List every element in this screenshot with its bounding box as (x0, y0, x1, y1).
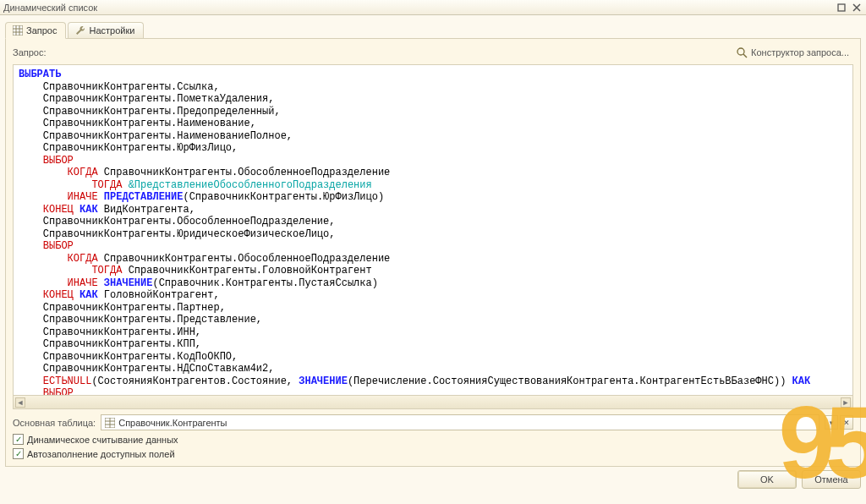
tab-bar: Запрос Настройки (5, 20, 861, 39)
window-controls (836, 2, 863, 13)
check-icon: ✓ (13, 434, 24, 445)
main-table-input[interactable]: Справочник.Контрагенты (101, 414, 819, 430)
tab-settings-label: Настройки (89, 25, 134, 36)
scroll-left-icon[interactable]: ◄ (15, 397, 25, 408)
main-table-label: Основная таблица: (13, 418, 96, 428)
query-constructor-label: Конструктор запроса... (751, 47, 849, 58)
query-panel: Запрос: Конструктор запроса... ВЫБРАТЬ С… (5, 39, 861, 467)
maximize-button[interactable] (836, 2, 847, 13)
close-button[interactable] (851, 2, 863, 13)
wrench-icon (75, 25, 85, 36)
check-icon: ✓ (13, 448, 24, 459)
autofill-label: Автозаполнение доступных полей (27, 449, 175, 459)
code-editor[interactable]: ВЫБРАТЬ СправочникКонтрагенты.Ссылка, Сп… (13, 64, 853, 409)
dropdown-button[interactable]: ▾ (825, 415, 838, 430)
svg-rect-1 (13, 25, 23, 36)
svg-rect-0 (838, 4, 845, 11)
svg-line-7 (743, 54, 747, 58)
dialog-buttons: OK Отмена (5, 467, 861, 494)
tab-query-label: Запрос (26, 25, 57, 36)
magnifier-icon (736, 47, 748, 58)
query-constructor-button[interactable]: Конструктор запроса... (732, 44, 853, 61)
titlebar: Динамический список (0, 0, 866, 15)
window-title: Динамический список (3, 3, 97, 13)
svg-point-6 (737, 48, 744, 55)
main-table-value: Справочник.Контрагенты (118, 418, 227, 428)
dynamic-read-label: Динамическое считывание данных (27, 435, 178, 445)
horizontal-scrollbar[interactable]: ◄ ► (14, 395, 852, 408)
ok-button[interactable]: OK (737, 470, 797, 489)
code-content[interactable]: ВЫБРАТЬ СправочникКонтрагенты.Ссылка, Сп… (19, 68, 847, 395)
autofill-checkbox[interactable]: ✓ Автозаполнение доступных полей (13, 448, 853, 459)
tab-query[interactable]: Запрос (5, 22, 66, 39)
query-label: Запрос: (13, 47, 47, 58)
dynamic-read-checkbox[interactable]: ✓ Динамическое считывание данных (13, 434, 853, 445)
scroll-right-icon[interactable]: ► (841, 397, 851, 408)
tab-settings[interactable]: Настройки (68, 22, 144, 38)
clear-button[interactable]: ✕ (840, 415, 853, 430)
cancel-button[interactable]: Отмена (802, 470, 861, 489)
table-icon (13, 25, 23, 36)
table-small-icon (105, 418, 115, 428)
